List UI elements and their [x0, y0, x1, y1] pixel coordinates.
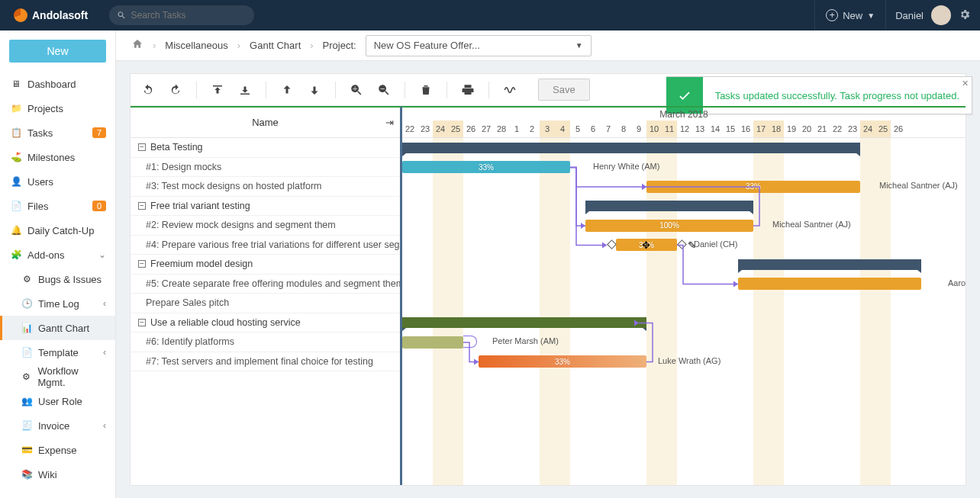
assignee-label: Peter Marsh (AM) [492, 336, 559, 345]
assignee-label: Micheal Santner (AJ) [879, 181, 958, 190]
outdent-button[interactable] [211, 83, 224, 97]
close-icon[interactable]: ✕ [962, 79, 969, 88]
top-new-button[interactable]: + New ▼ [815, 0, 885, 31]
chevron-right-icon: › [153, 40, 156, 51]
collapse-icon[interactable]: − [138, 202, 146, 210]
sidebar-subitem[interactable]: 🕒Time Log‹ [0, 291, 115, 316]
task-group[interactable]: −Beta Testing [131, 138, 400, 158]
crumb-1[interactable]: Miscellaneous [165, 40, 227, 51]
print-button[interactable] [461, 83, 475, 97]
user-area[interactable]: Daniel [886, 5, 980, 25]
sidebar-subitem[interactable]: 📚Wiki [0, 462, 115, 487]
search-box[interactable] [109, 5, 254, 25]
save-button[interactable]: Save [538, 79, 590, 101]
day-cell: 7 [601, 120, 616, 137]
sidebar-item[interactable]: ⛳Milestones [0, 145, 115, 169]
sidebar-item[interactable]: 📋Tasks7 [0, 120, 115, 145]
sidebar-subitem[interactable]: ⚙Bugs & Issues [0, 267, 115, 291]
home-icon[interactable] [131, 38, 143, 53]
day-cell: 5 [570, 120, 585, 137]
crumb-2[interactable]: Gantt Chart [250, 40, 301, 51]
sidebar-subitem[interactable]: 📊Gantt Chart [0, 316, 115, 340]
assignee-label: Henry White (AM) [593, 162, 659, 171]
task-row[interactable]: #5: Create separate free offering module… [131, 275, 400, 294]
settings-button[interactable] [959, 8, 971, 23]
assignee-label: Aaron [948, 278, 965, 288]
task-bar[interactable]: 33% [479, 355, 646, 368]
summary-bar[interactable] [738, 259, 921, 270]
collapse-icon[interactable]: − [138, 260, 146, 268]
nav-icon: 🕒 [21, 298, 32, 309]
project-select[interactable]: New OS Feature Offer... ▼ [366, 35, 592, 56]
summary-bar[interactable] [402, 143, 860, 153]
sidebar-item[interactable]: 👤Users [0, 169, 115, 194]
task-bar[interactable]: 33% [646, 181, 860, 193]
chevron-right-icon: › [237, 40, 240, 51]
sidebar-subitem[interactable]: 👥User Role [0, 389, 115, 413]
task-bar[interactable] [402, 336, 463, 349]
sidebar-subitem[interactable]: ⚙Workflow Mgmt. [0, 365, 115, 389]
main: › Miscellaneous › Gantt Chart › Project:… [116, 31, 980, 498]
delete-button[interactable] [419, 83, 433, 97]
chevron-left-icon: ‹ [103, 420, 106, 431]
task-row[interactable]: #7: Test servers and implement final cho… [131, 352, 400, 372]
gantt: Name ⇥ −Beta Testing#1: Design mocks#3: … [131, 106, 965, 485]
gantt-timeline[interactable]: March 2018 22232425262728123456789101112… [402, 106, 965, 485]
search-input[interactable] [131, 10, 247, 21]
task-group[interactable]: −Use a reliable cloud hosting service [131, 313, 400, 333]
undo-button[interactable] [141, 83, 155, 97]
summary-bar[interactable] [585, 201, 753, 211]
summary-bar[interactable] [402, 317, 646, 328]
task-bar[interactable]: 100% [585, 220, 753, 232]
redo-button[interactable] [169, 83, 182, 97]
day-cell: 24 [433, 120, 448, 137]
day-cell: 4 [555, 120, 570, 137]
zoom-out-button[interactable] [377, 83, 391, 97]
collapse-icon[interactable]: − [138, 319, 146, 326]
edit-icon[interactable]: ✎ [688, 239, 696, 251]
task-row[interactable]: #2: Review mock designs and segment them [131, 216, 400, 236]
move-down-button[interactable] [308, 83, 321, 97]
task-group[interactable]: −Freemium model design [131, 255, 400, 275]
loop-icon [463, 336, 477, 348]
sidebar-subitem[interactable]: 📄Template‹ [0, 340, 115, 365]
arrow-down-icon [308, 83, 321, 97]
nav-icon: 👤 [11, 176, 21, 187]
indent-button[interactable] [238, 83, 252, 97]
critical-path-button[interactable] [503, 83, 517, 97]
task-bar[interactable]: 33% [402, 161, 570, 173]
sidebar-item[interactable]: 🖥Dashboard [0, 72, 115, 96]
zoom-out-icon [377, 83, 391, 97]
user-name: Daniel [895, 10, 924, 21]
task-row[interactable]: #4: Prepare various free trial variation… [131, 236, 400, 255]
task-row[interactable]: #6: Identify platforms [131, 333, 400, 352]
task-group[interactable]: −Free trial variant testing [131, 197, 400, 217]
zoom-in-button[interactable] [350, 83, 363, 97]
task-bar[interactable] [738, 278, 921, 290]
sidebar-item[interactable]: 🧩Add-ons⌄ [0, 243, 115, 267]
brand[interactable]: Andolasoft [0, 8, 102, 22]
resize-handle-icon[interactable] [677, 239, 687, 249]
move-up-button[interactable] [280, 83, 294, 97]
sidebar-subitem[interactable]: 🧾Invoice‹ [0, 413, 115, 438]
sidebar-new-button[interactable]: New [9, 40, 106, 63]
task-row[interactable]: #1: Design mocks [131, 158, 400, 178]
progress-label: 33% [479, 163, 494, 172]
sidebar-item[interactable]: 📁Projects [0, 96, 115, 120]
resize-handle-icon[interactable] [607, 239, 617, 249]
task-row[interactable]: Prepare Sales pitch [131, 294, 400, 313]
badge: 0 [92, 201, 106, 211]
collapse-column-icon[interactable]: ⇥ [385, 117, 394, 128]
sidebar-item[interactable]: 🔔Daily Catch-Up [0, 218, 115, 243]
sidebar-subitem[interactable]: 💳Expense [0, 438, 115, 462]
sidebar-item[interactable]: 📄Files0 [0, 194, 115, 218]
assignee-label: Daniel (CH) [694, 239, 737, 249]
collapse-icon[interactable]: − [138, 143, 146, 151]
task-row[interactable]: #3: Test mock designs on hosted platform [131, 177, 400, 197]
nav-icon: 🧾 [21, 420, 32, 431]
gear-icon [959, 8, 971, 21]
nav-icon: 🧩 [11, 249, 21, 260]
day-cell: 22 [402, 120, 417, 137]
month-label: March 2018 [402, 108, 965, 120]
assignee-label: Luke Wrath (AG) [658, 356, 720, 365]
